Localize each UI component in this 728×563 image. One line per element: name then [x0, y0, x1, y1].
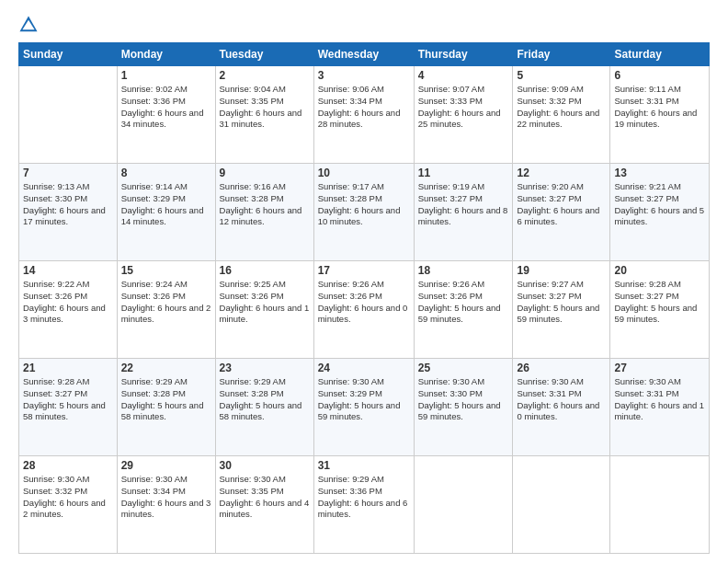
- day-number: 16: [220, 264, 310, 277]
- day-number: 4: [418, 69, 509, 82]
- calendar-cell: 26Sunrise: 9:30 AMSunset: 3:31 PMDayligh…: [513, 359, 610, 456]
- cell-info: Sunrise: 9:04 AMSunset: 3:35 PMDaylight:…: [220, 84, 310, 131]
- day-number: 13: [614, 167, 705, 179]
- cell-info: Sunrise: 9:30 AMSunset: 3:29 PMDaylight:…: [318, 376, 410, 423]
- calendar-cell: 1Sunrise: 9:02 AMSunset: 3:36 PMDaylight…: [117, 66, 215, 164]
- cell-info: Sunrise: 9:19 AMSunset: 3:27 PMDaylight:…: [418, 181, 509, 228]
- day-number: 22: [121, 362, 211, 374]
- cell-info: Sunrise: 9:30 AMSunset: 3:32 PMDaylight:…: [23, 474, 113, 521]
- calendar-cell: 28Sunrise: 9:30 AMSunset: 3:32 PMDayligh…: [19, 456, 118, 554]
- calendar-cell: 5Sunrise: 9:09 AMSunset: 3:32 PMDaylight…: [513, 66, 610, 164]
- weekday-header-saturday: Saturday: [610, 43, 710, 66]
- cell-info: Sunrise: 9:30 AMSunset: 3:30 PMDaylight:…: [418, 376, 509, 423]
- calendar-cell: [19, 66, 118, 164]
- calendar-cell: 16Sunrise: 9:25 AMSunset: 3:26 PMDayligh…: [215, 261, 313, 359]
- day-number: 9: [220, 167, 310, 179]
- calendar-cell: 11Sunrise: 9:19 AMSunset: 3:27 PMDayligh…: [414, 164, 513, 261]
- day-number: 21: [23, 362, 113, 374]
- day-number: 30: [220, 459, 310, 472]
- cell-info: Sunrise: 9:07 AMSunset: 3:33 PMDaylight:…: [418, 84, 509, 131]
- day-number: 26: [517, 362, 606, 374]
- weekday-header-row: SundayMondayTuesdayWednesdayThursdayFrid…: [19, 43, 710, 66]
- calendar-cell: [513, 456, 610, 554]
- calendar-cell: 7Sunrise: 9:13 AMSunset: 3:30 PMDaylight…: [19, 164, 118, 261]
- logo-icon: [18, 15, 39, 35]
- day-number: 6: [614, 69, 705, 82]
- calendar-week-row: 14Sunrise: 9:22 AMSunset: 3:26 PMDayligh…: [19, 261, 710, 359]
- weekday-header-thursday: Thursday: [414, 43, 513, 66]
- weekday-header-friday: Friday: [513, 43, 610, 66]
- day-number: 3: [318, 69, 410, 82]
- cell-info: Sunrise: 9:22 AMSunset: 3:26 PMDaylight:…: [23, 279, 113, 326]
- day-number: 7: [23, 167, 113, 179]
- cell-info: Sunrise: 9:25 AMSunset: 3:26 PMDaylight:…: [220, 279, 310, 326]
- calendar-week-row: 21Sunrise: 9:28 AMSunset: 3:27 PMDayligh…: [19, 359, 710, 456]
- calendar-cell: 9Sunrise: 9:16 AMSunset: 3:28 PMDaylight…: [215, 164, 313, 261]
- cell-info: Sunrise: 9:20 AMSunset: 3:27 PMDaylight:…: [517, 181, 606, 228]
- calendar-cell: 3Sunrise: 9:06 AMSunset: 3:34 PMDaylight…: [313, 66, 414, 164]
- calendar-table: SundayMondayTuesdayWednesdayThursdayFrid…: [18, 42, 710, 554]
- calendar-cell: 23Sunrise: 9:29 AMSunset: 3:28 PMDayligh…: [215, 359, 313, 456]
- cell-info: Sunrise: 9:16 AMSunset: 3:28 PMDaylight:…: [220, 181, 310, 228]
- calendar-cell: 21Sunrise: 9:28 AMSunset: 3:27 PMDayligh…: [19, 359, 118, 456]
- day-number: 25: [418, 362, 509, 374]
- day-number: 19: [517, 264, 606, 277]
- calendar-cell: 29Sunrise: 9:30 AMSunset: 3:34 PMDayligh…: [117, 456, 215, 554]
- cell-info: Sunrise: 9:26 AMSunset: 3:26 PMDaylight:…: [418, 279, 509, 326]
- day-number: 5: [517, 69, 606, 82]
- day-number: 1: [121, 69, 211, 82]
- day-number: 23: [220, 362, 310, 374]
- weekday-header-sunday: Sunday: [19, 43, 118, 66]
- cell-info: Sunrise: 9:26 AMSunset: 3:26 PMDaylight:…: [318, 279, 410, 326]
- calendar-cell: 25Sunrise: 9:30 AMSunset: 3:30 PMDayligh…: [414, 359, 513, 456]
- cell-info: Sunrise: 9:29 AMSunset: 3:28 PMDaylight:…: [121, 376, 211, 423]
- day-number: 20: [614, 264, 705, 277]
- calendar-cell: 12Sunrise: 9:20 AMSunset: 3:27 PMDayligh…: [513, 164, 610, 261]
- cell-info: Sunrise: 9:30 AMSunset: 3:31 PMDaylight:…: [614, 376, 705, 423]
- cell-info: Sunrise: 9:17 AMSunset: 3:28 PMDaylight:…: [318, 181, 410, 228]
- calendar-cell: 20Sunrise: 9:28 AMSunset: 3:27 PMDayligh…: [610, 261, 710, 359]
- calendar-cell: 8Sunrise: 9:14 AMSunset: 3:29 PMDaylight…: [117, 164, 215, 261]
- cell-info: Sunrise: 9:28 AMSunset: 3:27 PMDaylight:…: [23, 376, 113, 423]
- day-number: 18: [418, 264, 509, 277]
- cell-info: Sunrise: 9:30 AMSunset: 3:34 PMDaylight:…: [121, 474, 211, 521]
- day-number: 27: [614, 362, 705, 374]
- calendar-cell: 30Sunrise: 9:30 AMSunset: 3:35 PMDayligh…: [215, 456, 313, 554]
- calendar-cell: 13Sunrise: 9:21 AMSunset: 3:27 PMDayligh…: [610, 164, 710, 261]
- cell-info: Sunrise: 9:21 AMSunset: 3:27 PMDaylight:…: [614, 181, 705, 228]
- day-number: 15: [121, 264, 211, 277]
- calendar-cell: 10Sunrise: 9:17 AMSunset: 3:28 PMDayligh…: [313, 164, 414, 261]
- header: [18, 15, 710, 35]
- cell-info: Sunrise: 9:29 AMSunset: 3:36 PMDaylight:…: [318, 474, 410, 521]
- cell-info: Sunrise: 9:30 AMSunset: 3:31 PMDaylight:…: [517, 376, 606, 423]
- calendar-cell: 22Sunrise: 9:29 AMSunset: 3:28 PMDayligh…: [117, 359, 215, 456]
- calendar-cell: [610, 456, 710, 554]
- day-number: 28: [23, 459, 113, 472]
- day-number: 31: [318, 459, 410, 472]
- logo: [18, 15, 42, 35]
- calendar-cell: 18Sunrise: 9:26 AMSunset: 3:26 PMDayligh…: [414, 261, 513, 359]
- calendar-cell: 2Sunrise: 9:04 AMSunset: 3:35 PMDaylight…: [215, 66, 313, 164]
- weekday-header-tuesday: Tuesday: [215, 43, 313, 66]
- calendar-cell: 24Sunrise: 9:30 AMSunset: 3:29 PMDayligh…: [313, 359, 414, 456]
- calendar-week-row: 28Sunrise: 9:30 AMSunset: 3:32 PMDayligh…: [19, 456, 710, 554]
- day-number: 2: [220, 69, 310, 82]
- cell-info: Sunrise: 9:09 AMSunset: 3:32 PMDaylight:…: [517, 84, 606, 131]
- day-number: 17: [318, 264, 410, 277]
- calendar-cell: 27Sunrise: 9:30 AMSunset: 3:31 PMDayligh…: [610, 359, 710, 456]
- day-number: 10: [318, 167, 410, 179]
- cell-info: Sunrise: 9:29 AMSunset: 3:28 PMDaylight:…: [220, 376, 310, 423]
- cell-info: Sunrise: 9:02 AMSunset: 3:36 PMDaylight:…: [121, 84, 211, 131]
- day-number: 24: [318, 362, 410, 374]
- cell-info: Sunrise: 9:24 AMSunset: 3:26 PMDaylight:…: [121, 279, 211, 326]
- day-number: 29: [121, 459, 211, 472]
- cell-info: Sunrise: 9:13 AMSunset: 3:30 PMDaylight:…: [23, 181, 113, 228]
- calendar-cell: 6Sunrise: 9:11 AMSunset: 3:31 PMDaylight…: [610, 66, 710, 164]
- calendar-week-row: 1Sunrise: 9:02 AMSunset: 3:36 PMDaylight…: [19, 66, 710, 164]
- cell-info: Sunrise: 9:27 AMSunset: 3:27 PMDaylight:…: [517, 279, 606, 326]
- page: SundayMondayTuesdayWednesdayThursdayFrid…: [0, 0, 728, 563]
- day-number: 11: [418, 167, 509, 179]
- day-number: 14: [23, 264, 113, 277]
- calendar-cell: 19Sunrise: 9:27 AMSunset: 3:27 PMDayligh…: [513, 261, 610, 359]
- day-number: 8: [121, 167, 211, 179]
